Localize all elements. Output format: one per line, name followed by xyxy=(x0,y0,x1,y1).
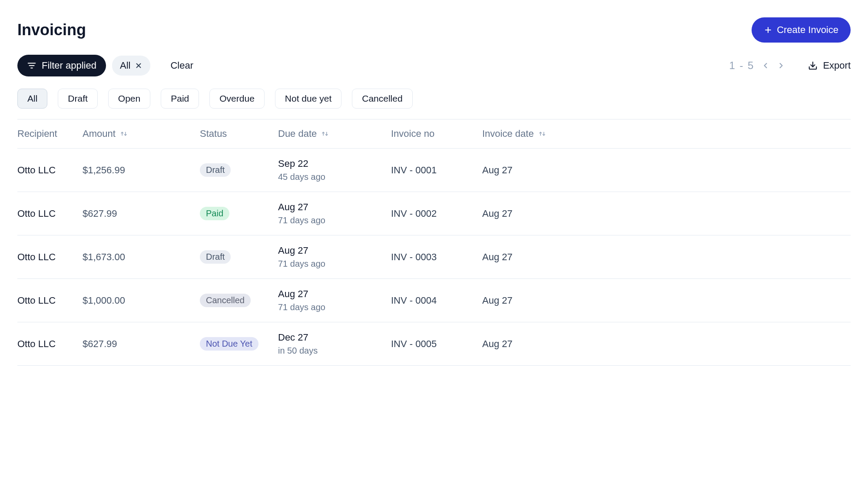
th-due-date[interactable]: Due date xyxy=(278,128,391,139)
table-row[interactable]: Otto LLC$1,000.00CancelledAug 2771 days … xyxy=(17,279,851,322)
due-ago: 71 days ago xyxy=(278,215,391,225)
filter-applied-button[interactable]: Filter applied xyxy=(17,55,106,76)
tab-paid[interactable]: Paid xyxy=(161,89,199,109)
cell-status: Cancelled xyxy=(200,294,278,307)
th-recipient-label: Recipient xyxy=(17,128,57,139)
cell-status: Draft xyxy=(200,163,278,177)
tab-open[interactable]: Open xyxy=(108,89,150,109)
th-amount[interactable]: Amount xyxy=(83,128,200,139)
create-invoice-label: Create Invoice xyxy=(777,24,838,36)
tab-cancelled[interactable]: Cancelled xyxy=(352,89,412,109)
table-body: Otto LLC$1,256.99DraftSep 2245 days agoI… xyxy=(17,149,851,366)
cell-recipient: Otto LLC xyxy=(17,338,83,350)
due-ago: 45 days ago xyxy=(278,172,391,182)
th-invoice-date[interactable]: Invoice date xyxy=(482,128,851,139)
cell-amount: $1,000.00 xyxy=(83,295,200,306)
due-ago: in 50 days xyxy=(278,346,391,356)
th-invoice-no[interactable]: Invoice no xyxy=(391,128,482,139)
status-badge: Cancelled xyxy=(200,294,251,307)
clear-button[interactable]: Clear xyxy=(170,60,193,71)
due-ago: 71 days ago xyxy=(278,302,391,312)
chevron-right-icon[interactable] xyxy=(777,61,785,70)
tab-draft[interactable]: Draft xyxy=(58,89,98,109)
cell-invoice-no: INV - 0001 xyxy=(391,165,482,176)
sort-icon xyxy=(120,130,128,138)
th-invoice-no-label: Invoice no xyxy=(391,128,434,139)
due-ago: 71 days ago xyxy=(278,259,391,269)
cell-due-date: Dec 27in 50 days xyxy=(278,332,391,356)
pager-label: 1 - 5 xyxy=(729,60,754,72)
cell-amount: $1,673.00 xyxy=(83,252,200,263)
status-tabs: AllDraftOpenPaidOverdueNot due yetCancel… xyxy=(17,89,851,109)
due-date: Sep 22 xyxy=(278,158,391,169)
cell-due-date: Aug 2771 days ago xyxy=(278,245,391,269)
filter-chip-all[interactable]: All xyxy=(112,56,150,76)
th-amount-label: Amount xyxy=(83,128,116,139)
table-row[interactable]: Otto LLC$1,256.99DraftSep 2245 days agoI… xyxy=(17,149,851,192)
chevron-left-icon[interactable] xyxy=(761,61,770,70)
create-invoice-button[interactable]: Create Invoice xyxy=(752,17,851,43)
cell-recipient: Otto LLC xyxy=(17,252,83,263)
cell-invoice-date: Aug 27 xyxy=(482,338,851,350)
cell-status: Not Due Yet xyxy=(200,337,278,351)
pager: 1 - 5 xyxy=(729,60,785,72)
table-header: Recipient Amount Status Due date Invoice… xyxy=(17,119,851,149)
cell-invoice-date: Aug 27 xyxy=(482,165,851,176)
status-badge: Not Due Yet xyxy=(200,337,258,351)
cell-due-date: Sep 2245 days ago xyxy=(278,158,391,182)
cell-amount: $1,256.99 xyxy=(83,165,200,176)
cell-status: Draft xyxy=(200,250,278,264)
status-badge: Paid xyxy=(200,207,229,220)
cell-invoice-no: INV - 0003 xyxy=(391,252,482,263)
due-date: Aug 27 xyxy=(278,288,391,300)
tab-all[interactable]: All xyxy=(17,89,47,109)
status-badge: Draft xyxy=(200,250,231,264)
tab-not-due-yet[interactable]: Not due yet xyxy=(275,89,341,109)
table-row[interactable]: Otto LLC$1,673.00DraftAug 2771 days agoI… xyxy=(17,235,851,279)
filter-icon xyxy=(27,61,36,70)
due-date: Aug 27 xyxy=(278,202,391,213)
th-due-date-label: Due date xyxy=(278,128,317,139)
cell-invoice-no: INV - 0002 xyxy=(391,208,482,219)
export-button[interactable]: Export xyxy=(808,60,851,71)
tab-overdue[interactable]: Overdue xyxy=(209,89,265,109)
cell-invoice-no: INV - 0005 xyxy=(391,338,482,350)
cell-amount: $627.99 xyxy=(83,338,200,350)
table-row[interactable]: Otto LLC$627.99Not Due YetDec 27in 50 da… xyxy=(17,322,851,366)
cell-due-date: Aug 2771 days ago xyxy=(278,288,391,312)
cell-recipient: Otto LLC xyxy=(17,208,83,219)
sort-icon xyxy=(321,130,329,138)
cell-invoice-date: Aug 27 xyxy=(482,295,851,306)
sort-icon xyxy=(538,130,546,138)
cell-status: Paid xyxy=(200,207,278,220)
export-label: Export xyxy=(823,60,851,71)
cell-due-date: Aug 2771 days ago xyxy=(278,202,391,225)
cell-recipient: Otto LLC xyxy=(17,295,83,306)
cell-invoice-date: Aug 27 xyxy=(482,208,851,219)
plus-icon xyxy=(764,26,772,34)
th-status-label: Status xyxy=(200,128,227,139)
cell-invoice-no: INV - 0004 xyxy=(391,295,482,306)
th-recipient[interactable]: Recipient xyxy=(17,128,83,139)
status-badge: Draft xyxy=(200,163,231,177)
th-status[interactable]: Status xyxy=(200,128,278,139)
close-icon[interactable] xyxy=(135,62,142,70)
cell-invoice-date: Aug 27 xyxy=(482,252,851,263)
cell-recipient: Otto LLC xyxy=(17,165,83,176)
due-date: Dec 27 xyxy=(278,332,391,343)
table-row[interactable]: Otto LLC$627.99PaidAug 2771 days agoINV … xyxy=(17,192,851,235)
filter-chip-label: All xyxy=(120,60,130,71)
page-title: Invoicing xyxy=(17,21,86,39)
due-date: Aug 27 xyxy=(278,245,391,256)
download-icon xyxy=(808,61,818,70)
cell-amount: $627.99 xyxy=(83,208,200,219)
filter-label: Filter applied xyxy=(42,60,96,71)
th-invoice-date-label: Invoice date xyxy=(482,128,534,139)
